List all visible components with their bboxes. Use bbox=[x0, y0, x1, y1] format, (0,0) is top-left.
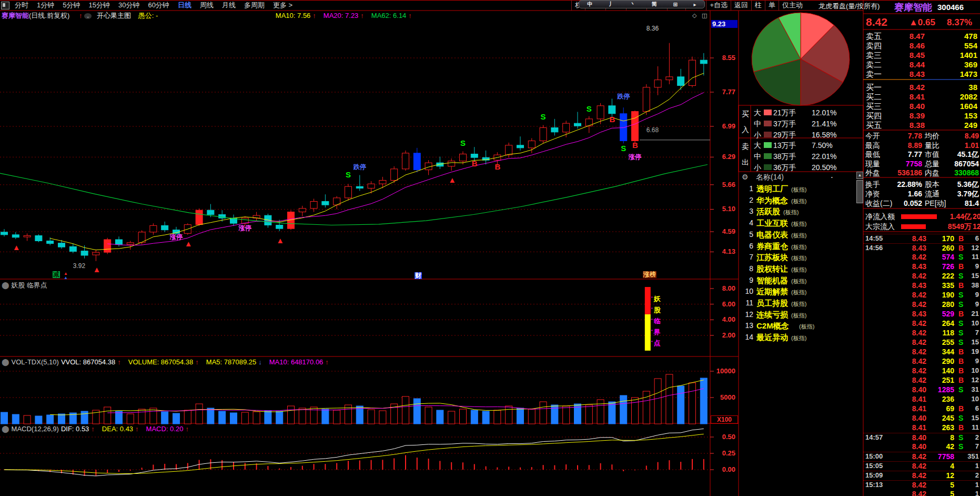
sector-item-工业互联[interactable]: 4工业互联(板指) bbox=[741, 219, 855, 229]
tape-row: 8.42280S9 bbox=[863, 300, 980, 310]
tick-star: * bbox=[651, 295, 653, 300]
sector-item-近期解禁[interactable]: 10近期解禁(板指) bbox=[741, 287, 855, 297]
order-book-row[interactable]: 卖五8.47478 bbox=[863, 32, 980, 41]
order-price[interactable]: 8.41 bbox=[894, 92, 925, 101]
menu-item-月线[interactable]: 月线 bbox=[218, 1, 240, 10]
tape-row: 8.42344B19 bbox=[863, 348, 980, 357]
sector-item-C2M概念[interactable]: 13C2M概念(板指) bbox=[741, 321, 855, 332]
toolbar-button-返回[interactable]: 返回 bbox=[731, 0, 751, 11]
ime-glyph-icon[interactable]: 简 bbox=[652, 1, 657, 8]
limit-bar-red bbox=[645, 287, 651, 314]
sector-item-透明工厂[interactable]: 1透明工厂(板指) bbox=[741, 184, 855, 195]
order-price[interactable]: 8.42 bbox=[894, 83, 925, 92]
order-price[interactable]: 8.47 bbox=[894, 32, 925, 41]
order-price[interactable]: 8.44 bbox=[894, 60, 925, 69]
menu-item-更多 >[interactable]: 更多 > bbox=[269, 1, 297, 10]
sector-item-智能机器[interactable]: 9智能机器(板指) bbox=[741, 276, 855, 286]
sector-scrollbar[interactable]: ▲ bbox=[856, 172, 863, 293]
main-axis-label: 4.59 bbox=[711, 227, 735, 235]
chart-badge-财[interactable]: 财 bbox=[415, 272, 422, 279]
sub-indicator-label[interactable]: 愚公: - bbox=[138, 12, 158, 19]
diamond-icon[interactable]: ◇ bbox=[692, 12, 696, 19]
tape-price: 8.42 bbox=[896, 272, 926, 280]
ime-glyph-icon[interactable]: 丶 bbox=[630, 1, 635, 8]
sector-item-最近异动[interactable]: 14最近异动(板指) bbox=[741, 333, 855, 343]
toolbar-button-柱[interactable]: 柱 bbox=[751, 0, 765, 11]
menu-item-5分钟[interactable]: 5分钟 bbox=[58, 1, 84, 10]
menu-item-多周期[interactable]: 多周期 bbox=[240, 1, 269, 10]
limit-tag: 跌停 bbox=[353, 163, 367, 171]
up-arrow-icon[interactable]: ↑ bbox=[79, 12, 83, 19]
volume-bar-down bbox=[265, 411, 271, 424]
volume-bar-up bbox=[585, 405, 592, 424]
toolbar-button-单[interactable]: 单 bbox=[765, 0, 779, 11]
sector-item-股权转让[interactable]: 8股权转让(板指) bbox=[741, 264, 855, 275]
sector-item-电器仪表[interactable]: 5电器仪表(板指) bbox=[741, 230, 855, 241]
chart-badge-涨榜[interactable]: 涨榜 bbox=[643, 271, 656, 278]
sector-item-连续亏损[interactable]: 12连续亏损(板指) bbox=[741, 310, 855, 321]
order-book-row[interactable]: 卖二8.44369 bbox=[863, 60, 980, 70]
sector-list-header[interactable]: 名称(14) bbox=[756, 173, 784, 182]
menu-item-60分钟[interactable]: 60分钟 bbox=[144, 1, 173, 10]
menu-item-1分钟[interactable]: 1分钟 bbox=[33, 1, 58, 10]
order-book-row[interactable]: 卖四8.46554 bbox=[863, 41, 980, 51]
toolbar-button-+自选[interactable]: +自选 bbox=[706, 0, 731, 11]
order-book-row[interactable]: 买一8.4238 bbox=[863, 83, 980, 92]
order-book-row[interactable]: 买三8.401604 bbox=[863, 102, 980, 111]
tape-row: 8.42290B9 bbox=[863, 357, 980, 366]
toolbar-button-仅主动[interactable]: 仅主动 bbox=[779, 0, 806, 11]
tape-count: 6 bbox=[966, 234, 979, 242]
scroll-up-icon[interactable]: ▲ bbox=[856, 172, 863, 179]
order-price[interactable]: 8.39 bbox=[894, 111, 925, 120]
sector-rank: 1 bbox=[744, 184, 753, 193]
menu-item-日线[interactable]: 日线 bbox=[174, 1, 196, 10]
menu-item-30分钟[interactable]: 30分钟 bbox=[114, 1, 144, 10]
chevron-down-icon[interactable]: ⌄ bbox=[84, 13, 92, 19]
legend-size-label: 小 bbox=[754, 163, 761, 173]
main-indicator-label[interactable]: 开心果主图 bbox=[97, 12, 131, 19]
collapse-icon[interactable]: ⬤ bbox=[2, 281, 9, 289]
menu-item-15分钟[interactable]: 15分钟 bbox=[84, 1, 114, 10]
info-label-2: 量比 bbox=[925, 141, 939, 151]
candle-body bbox=[104, 240, 111, 252]
order-book-row[interactable]: 买二8.412082 bbox=[863, 92, 980, 102]
sector-item-江苏板块[interactable]: 7江苏板块(板指) bbox=[741, 253, 855, 263]
order-book-row[interactable]: 卖三8.451401 bbox=[863, 51, 980, 60]
sector-rank: 4 bbox=[744, 219, 753, 227]
sector-tag: (板指) bbox=[791, 334, 806, 342]
sector-item-员工持股[interactable]: 11员工持股(板指) bbox=[741, 299, 855, 309]
ime-glyph-icon[interactable]: ⊞ bbox=[673, 2, 677, 7]
info-value-2: 81.4 bbox=[947, 199, 979, 207]
sector-item-券商重仓[interactable]: 6券商重仓(板指) bbox=[741, 242, 855, 252]
order-price[interactable]: 8.45 bbox=[894, 51, 925, 59]
chart-badge-减[interactable]: 减 bbox=[53, 271, 60, 278]
order-book-row[interactable]: 卖一8.431473 bbox=[863, 70, 980, 79]
ime-glyph-icon[interactable]: 丿 bbox=[609, 1, 614, 8]
candlesticks bbox=[1, 43, 708, 261]
volume-bar-up bbox=[689, 383, 696, 424]
window-icon[interactable] bbox=[1, 2, 9, 9]
scroll-thumb[interactable] bbox=[856, 180, 863, 203]
ime-glyph-icon[interactable]: 中 bbox=[587, 1, 592, 8]
sector-name: 智能机器 bbox=[756, 276, 788, 286]
limit-vertical-char: 点 bbox=[654, 339, 661, 347]
indicator-value: VVOL: 867054.38 bbox=[61, 358, 115, 366]
tape-direction: B bbox=[958, 234, 964, 243]
ime-glyph-icon[interactable]: ▸ bbox=[694, 2, 696, 7]
dragon-tiger-label[interactable]: 龙虎看盘(量/按所有) bbox=[819, 2, 880, 11]
menu-item-周线[interactable]: 周线 bbox=[196, 1, 218, 10]
order-book-row[interactable]: 买五8.38249 bbox=[863, 121, 980, 130]
order-price[interactable]: 8.43 bbox=[894, 70, 925, 78]
split-window-icon[interactable]: ◫ bbox=[702, 12, 707, 19]
candle-body bbox=[413, 153, 420, 170]
ime-toolbar[interactable]: 中丿丶简⊞▸ bbox=[579, 0, 705, 8]
menu-item-分时[interactable]: 分时 bbox=[11, 1, 33, 10]
sector-name: 华为概念 bbox=[756, 196, 788, 206]
order-price[interactable]: 8.40 bbox=[894, 102, 925, 111]
gear-icon[interactable]: ⚙ bbox=[742, 173, 749, 181]
order-book-row[interactable]: 买四8.39153 bbox=[863, 111, 980, 121]
sector-item-活跃股[interactable]: 3活跃股(板指) bbox=[741, 207, 855, 217]
order-price[interactable]: 8.46 bbox=[894, 41, 925, 50]
order-price[interactable]: 8.38 bbox=[894, 121, 925, 130]
sector-item-华为概念[interactable]: 2华为概念(板指) bbox=[741, 196, 855, 206]
